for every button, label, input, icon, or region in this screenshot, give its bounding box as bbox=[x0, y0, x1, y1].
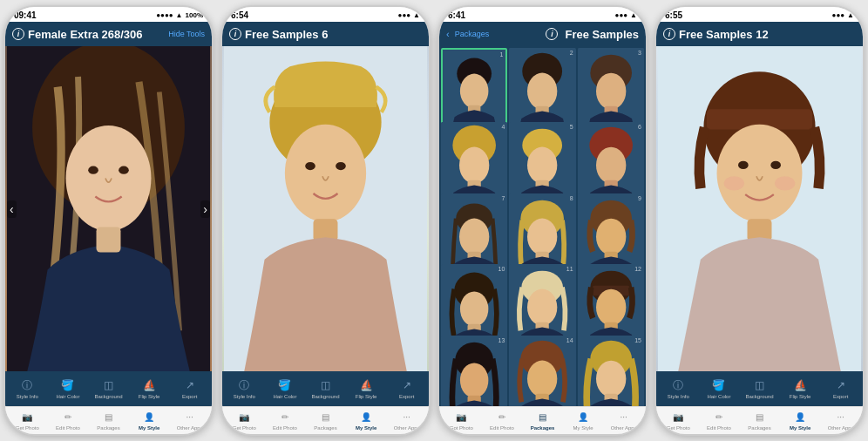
packages-icon-2: ▤ bbox=[318, 410, 332, 424]
dock-packages-1[interactable]: ▤ Packages bbox=[88, 410, 129, 431]
nav-title-4: Free Samples 12 bbox=[679, 28, 769, 41]
svg-point-3 bbox=[88, 166, 98, 174]
dock-edit-photo-4[interactable]: ✏ Edit Photo bbox=[699, 410, 740, 431]
info-icon-2[interactable]: i bbox=[229, 28, 241, 40]
grid-item-2[interactable]: 2 bbox=[509, 48, 575, 131]
grid-item-14[interactable]: 14 bbox=[509, 336, 575, 406]
my-style-label-3: My Style bbox=[573, 425, 593, 431]
nav-title-2: Free Samples 6 bbox=[245, 28, 328, 41]
packages-icon-3: ▤ bbox=[535, 410, 549, 424]
thumb-svg-13 bbox=[441, 336, 507, 406]
export-label-4: Export bbox=[833, 394, 848, 400]
style-info-label-4: Style Info bbox=[668, 394, 689, 400]
signal-icon-1: ●●●● bbox=[156, 11, 173, 19]
toolbar-style-info-1[interactable]: ⓘ Style Info bbox=[7, 377, 48, 400]
dock-edit-photo-1[interactable]: ✏ Edit Photo bbox=[48, 410, 89, 431]
toolbar-flip-1[interactable]: ⛵ Flip Style bbox=[129, 377, 170, 400]
main-content-1: ‹ › bbox=[5, 46, 212, 371]
flip-icon-2: ⛵ bbox=[358, 377, 374, 393]
dock-my-style-2[interactable]: 👤 My Style bbox=[346, 410, 387, 431]
svg-point-22 bbox=[596, 73, 626, 110]
export-icon-2: ↗ bbox=[399, 377, 415, 393]
info-icon-3[interactable]: i bbox=[546, 28, 558, 40]
grid-item-15[interactable]: 15 bbox=[578, 336, 644, 406]
get-photo-icon-2: 📷 bbox=[237, 410, 251, 424]
hide-tools-btn[interactable]: Hide Tools bbox=[168, 30, 205, 38]
grid-item-1[interactable]: 1 bbox=[441, 48, 507, 131]
photo-area-2 bbox=[222, 46, 429, 371]
dock-packages-4[interactable]: ▤ Packages bbox=[739, 410, 780, 431]
dock-my-style-4[interactable]: 👤 My Style bbox=[780, 410, 821, 431]
toolbar-flip-2[interactable]: ⛵ Flip Style bbox=[346, 377, 387, 400]
style-info-label-2: Style Info bbox=[234, 394, 255, 400]
svg-point-42 bbox=[527, 218, 557, 254]
dock-edit-photo-3[interactable]: ✏ Edit Photo bbox=[482, 410, 523, 431]
dock-my-style-1[interactable]: 👤 My Style bbox=[129, 410, 170, 431]
dock-get-photo-1[interactable]: 📷 Get Photo bbox=[7, 410, 48, 431]
dock-get-photo-4[interactable]: 📷 Get Photo bbox=[658, 410, 699, 431]
toolbar-hair-color-2[interactable]: 🪣 Hair Color bbox=[265, 377, 306, 400]
svg-point-46 bbox=[596, 218, 626, 254]
info-icon-1[interactable]: i bbox=[12, 28, 24, 40]
dock-other-apps-3[interactable]: ··· Other Apps bbox=[603, 410, 644, 431]
item-number-14: 14 bbox=[566, 337, 573, 343]
item-number-8: 8 bbox=[570, 195, 573, 201]
toolbar-export-4[interactable]: ↗ Export bbox=[820, 377, 861, 400]
toolbar-flip-4[interactable]: ⛵ Flip Style bbox=[780, 377, 821, 400]
wifi-icon-3: ▲ bbox=[630, 11, 637, 19]
dock-other-apps-4[interactable]: ··· Other Apps bbox=[820, 410, 861, 431]
dock-my-style-3[interactable]: 👤 My Style bbox=[563, 410, 604, 431]
toolbar-hair-color-1[interactable]: 🪣 Hair Color bbox=[48, 377, 89, 400]
item-number-10: 10 bbox=[498, 266, 505, 272]
dock-packages-3[interactable]: ▤ Packages bbox=[522, 410, 563, 431]
signal-icon-2: ●●● bbox=[398, 11, 411, 19]
toolbar-style-info-4[interactable]: ⓘ Style Info bbox=[658, 377, 699, 400]
next-style-btn[interactable]: › bbox=[200, 200, 210, 218]
hair-color-label-2: Hair Color bbox=[273, 394, 296, 400]
toolbar-export-1[interactable]: ↗ Export bbox=[169, 377, 210, 400]
toolbar-style-info-2[interactable]: ⓘ Style Info bbox=[224, 377, 265, 400]
toolbar-export-2[interactable]: ↗ Export bbox=[386, 377, 427, 400]
item-number-2: 2 bbox=[570, 50, 573, 56]
toolbar-background-1[interactable]: ◫ Background bbox=[88, 377, 129, 400]
svg-point-10 bbox=[336, 162, 346, 170]
info-icon-4[interactable]: i bbox=[663, 28, 675, 40]
status-icons-2: ●●● ▲ bbox=[398, 11, 420, 19]
item-number-12: 12 bbox=[634, 266, 641, 272]
toolbar-hair-color-4[interactable]: 🪣 Hair Color bbox=[699, 377, 740, 400]
svg-point-78 bbox=[775, 176, 795, 190]
dock-edit-photo-2[interactable]: ✏ Edit Photo bbox=[265, 410, 306, 431]
grid-item-13[interactable]: 13 bbox=[441, 336, 507, 406]
photo-area-4 bbox=[656, 46, 863, 371]
dock-packages-2[interactable]: ▤ Packages bbox=[305, 410, 346, 431]
svg-point-54 bbox=[527, 289, 557, 326]
dock-get-photo-2[interactable]: 📷 Get Photo bbox=[224, 410, 265, 431]
hair-color-label-1: Hair Color bbox=[56, 394, 79, 400]
packages-label-4: Packages bbox=[748, 425, 770, 431]
my-style-label-1: My Style bbox=[139, 425, 159, 431]
svg-point-79 bbox=[738, 161, 749, 169]
svg-point-38 bbox=[459, 218, 489, 254]
svg-point-63 bbox=[460, 363, 488, 397]
other-apps-icon-1: ··· bbox=[183, 410, 197, 424]
thumb-svg-14 bbox=[509, 336, 575, 406]
prev-style-btn[interactable]: ‹ bbox=[7, 200, 17, 218]
thumb-svg-2 bbox=[509, 48, 575, 131]
got-photo-icon-3: 📷 bbox=[454, 410, 468, 424]
my-style-icon-4: 👤 bbox=[793, 410, 807, 424]
toolbar-background-2[interactable]: ◫ Background bbox=[305, 377, 346, 400]
dock-other-apps-2[interactable]: ··· Other Apps bbox=[386, 410, 427, 431]
wifi-icon-1: ▲ bbox=[176, 11, 183, 19]
toolbar-background-4[interactable]: ◫ Background bbox=[739, 377, 780, 400]
flip-icon-1: ⛵ bbox=[141, 377, 157, 393]
thumb-svg-3 bbox=[578, 48, 644, 131]
thumb-svg-15 bbox=[578, 336, 644, 406]
back-button-3[interactable]: ‹ bbox=[446, 29, 450, 39]
item-number-6: 6 bbox=[638, 124, 641, 130]
grid-item-3[interactable]: 3 bbox=[578, 48, 644, 131]
background-icon-4: ◫ bbox=[751, 377, 767, 393]
background-label-2: Background bbox=[311, 394, 339, 400]
dock-other-apps-1[interactable]: ··· Other Apps bbox=[169, 410, 210, 431]
back-label-3[interactable]: Packages bbox=[455, 30, 490, 38]
dock-got-photo-3[interactable]: 📷 Got Photo bbox=[441, 410, 482, 431]
